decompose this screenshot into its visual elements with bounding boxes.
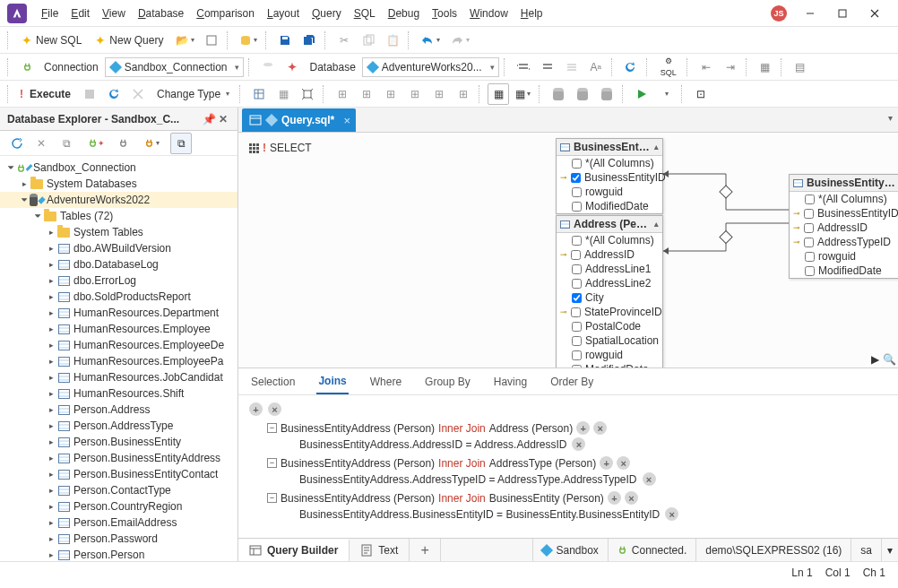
tree-item[interactable]: ▸Person.BusinessEntity xyxy=(0,434,237,450)
new-query-button[interactable]: ✦New Query xyxy=(90,30,168,51)
menu-help[interactable]: Help xyxy=(515,4,548,23)
section-tab-joins[interactable]: Joins xyxy=(316,369,348,394)
tab-query[interactable]: Query.sql* × xyxy=(242,108,356,132)
join-condition[interactable]: BusinessEntityAddress.AddressID = Addres… xyxy=(299,437,887,451)
menu-view[interactable]: View xyxy=(97,4,131,23)
tree-item[interactable]: ▸Person.ContactType xyxy=(0,482,237,498)
titlebar: FileEditViewDatabaseComparisonLayoutQuer… xyxy=(0,0,898,27)
tree-item[interactable]: ▸Person.Address xyxy=(0,402,237,418)
close-panel-icon[interactable]: ✕ xyxy=(216,113,230,125)
status-ch: Ch 1 xyxy=(863,566,885,579)
section-tab-having[interactable]: Having xyxy=(492,370,529,393)
tree-item[interactable]: ▸HumanResources.EmployeeDe xyxy=(0,337,237,353)
tree-item[interactable]: ▸System Databases xyxy=(0,176,237,192)
database-combo[interactable]: AdventureWorks20... xyxy=(362,57,499,77)
tree-item[interactable]: ▸Person.CountryRegion xyxy=(0,498,237,514)
menu-comparison[interactable]: Comparison xyxy=(191,4,260,23)
entity-bea[interactable]: BusinessEntityAddress...▴*(All Columns)⊸… xyxy=(789,174,898,279)
menu-file[interactable]: File xyxy=(36,4,64,23)
run-button[interactable] xyxy=(631,83,652,105)
explorer-tree[interactable]: ⏷Sandbox_Connection▸System Databases⏷Adv… xyxy=(0,156,237,561)
change-type-button[interactable]: Change Type xyxy=(151,83,235,105)
menubar: FileEditViewDatabaseComparisonLayoutQuer… xyxy=(36,4,771,23)
tab-query-builder[interactable]: Query Builder xyxy=(238,539,350,561)
query-diagram-canvas[interactable]: ! SELECT ▶🔍 BusinessEntity (Pers...▴*(Al… xyxy=(238,133,898,368)
tab-close-icon[interactable]: × xyxy=(344,114,351,127)
copy-button[interactable] xyxy=(358,30,379,51)
remove-join-icon[interactable]: × xyxy=(268,402,281,416)
tree-item[interactable]: ▸HumanResources.EmployeePa xyxy=(0,353,237,369)
save-all-button[interactable] xyxy=(298,30,320,51)
entity-addr[interactable]: Address (Person)▴*(All Columns)⊸AddressI… xyxy=(556,215,663,368)
svg-rect-19 xyxy=(250,546,261,555)
tree-item[interactable]: ⏷Tables (72) xyxy=(0,208,237,224)
open-button[interactable]: 📂 xyxy=(171,30,198,51)
cut-button[interactable]: ✂ xyxy=(333,30,355,51)
refresh-button[interactable] xyxy=(620,56,642,78)
tree-item[interactable]: ▸System Tables xyxy=(0,224,237,240)
maximize-button[interactable] xyxy=(826,2,859,25)
tree-item[interactable]: ⏷AdventureWorks2022 xyxy=(0,192,237,208)
query-sections: SelectionJoinsWhereGroup ByHavingOrder B… xyxy=(238,368,898,538)
menu-query[interactable]: Query xyxy=(307,4,347,23)
sql-view-button[interactable]: ⚙SQL xyxy=(655,56,682,78)
tree-item[interactable]: ▸Person.EmailAddress xyxy=(0,514,237,531)
tree-item[interactable]: ▸dbo.AWBuildVersion xyxy=(0,240,237,256)
refresh-exec-button[interactable] xyxy=(103,83,125,105)
tree-item[interactable]: ▸HumanResources.Employee xyxy=(0,321,237,337)
section-tab-where[interactable]: Where xyxy=(368,370,403,393)
toolbar-main: ✦New SQL ✦New Query 📂 ✂ 📋 xyxy=(0,27,898,54)
user-badge[interactable]: JS xyxy=(771,5,787,22)
menu-tools[interactable]: Tools xyxy=(427,4,462,23)
section-tab-order-by[interactable]: Order By xyxy=(548,370,595,393)
menu-sql[interactable]: SQL xyxy=(349,4,381,23)
stop-button[interactable] xyxy=(79,83,100,105)
tree-item[interactable]: ▸dbo.SoldProductsReport xyxy=(0,289,237,305)
db-action-button[interactable] xyxy=(236,30,261,51)
redo-button[interactable] xyxy=(446,30,473,51)
join-row[interactable]: −BusinessEntityAddress (Person) Inner Jo… xyxy=(267,421,887,435)
app-logo xyxy=(7,4,27,23)
tree-item[interactable]: ▸Person.AddressType xyxy=(0,418,237,434)
menu-database[interactable]: Database xyxy=(133,4,189,23)
section-tab-selection[interactable]: Selection xyxy=(249,370,297,393)
menu-layout[interactable]: Layout xyxy=(262,4,305,23)
canvas-scroll-icon[interactable]: ▶ xyxy=(871,353,879,366)
join-row[interactable]: −BusinessEntityAddress (Person) Inner Jo… xyxy=(267,456,887,470)
svg-rect-5 xyxy=(364,37,371,45)
pin-icon[interactable]: 📌 xyxy=(202,113,216,125)
tree-item[interactable]: ▸HumanResources.Department xyxy=(0,305,237,321)
tree-item[interactable]: ▸Person.BusinessEntityAddress xyxy=(0,450,237,466)
tree-item[interactable]: ▸HumanResources.JobCandidat xyxy=(0,369,237,385)
connection-combo[interactable]: Sandbox_Connection xyxy=(105,57,245,77)
save-button[interactable] xyxy=(274,30,296,51)
tab-add[interactable]: + xyxy=(410,539,440,561)
undo-button[interactable] xyxy=(417,30,444,51)
tree-item[interactable]: ▸dbo.DatabaseLog xyxy=(0,256,237,272)
close-button[interactable] xyxy=(859,2,891,25)
tree-item[interactable]: ▸Person.Person xyxy=(0,547,237,561)
new-sql-button[interactable]: ✦New SQL xyxy=(16,30,87,51)
tabs-overflow-icon[interactable]: ▾ xyxy=(888,113,893,123)
join-condition[interactable]: BusinessEntityAddress.BusinessEntityID =… xyxy=(299,507,887,521)
join-row[interactable]: −BusinessEntityAddress (Person) Inner Jo… xyxy=(267,491,887,505)
svg-rect-15 xyxy=(250,116,261,125)
tree-item[interactable]: ▸Person.Password xyxy=(0,531,237,547)
tree-item[interactable]: ⏷Sandbox_Connection xyxy=(0,160,237,176)
tree-item[interactable]: ▸Person.BusinessEntityContact xyxy=(0,466,237,482)
tab-text[interactable]: Text xyxy=(350,539,410,561)
join-condition[interactable]: BusinessEntityAddress.AddressTypeID = Ad… xyxy=(299,472,887,486)
canvas-zoom-icon[interactable]: 🔍 xyxy=(883,353,896,366)
tree-item[interactable]: ▸dbo.ErrorLog xyxy=(0,272,237,289)
paste-button[interactable]: 📋 xyxy=(382,30,403,51)
entity-be[interactable]: BusinessEntity (Pers...▴*(All Columns)⊸B… xyxy=(556,138,663,214)
menu-debug[interactable]: Debug xyxy=(383,4,425,23)
add-join-icon[interactable]: + xyxy=(249,402,263,416)
execute-button[interactable]: Execute xyxy=(30,88,71,100)
minimize-button[interactable] xyxy=(794,2,826,25)
status-line: Ln 1 xyxy=(791,566,812,579)
menu-window[interactable]: Window xyxy=(464,4,514,23)
tree-item[interactable]: ▸HumanResources.Shift xyxy=(0,385,237,402)
menu-edit[interactable]: Edit xyxy=(65,4,95,23)
section-tab-group-by[interactable]: Group By xyxy=(423,370,472,393)
